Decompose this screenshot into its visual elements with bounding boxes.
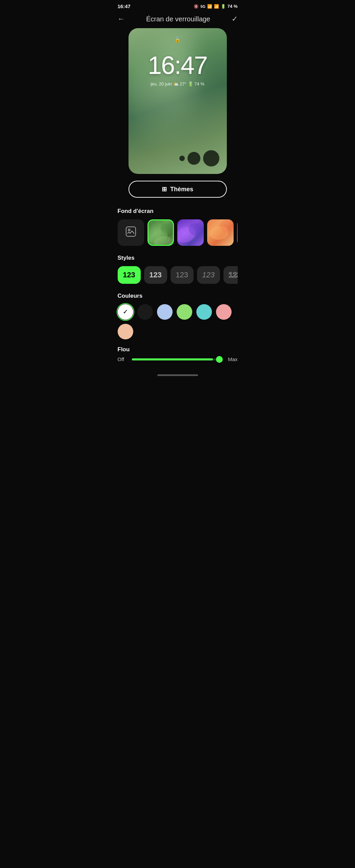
- themes-button-container: ⊞ Thèmes: [112, 179, 244, 204]
- wallpaper-row: [118, 219, 238, 248]
- blur-slider-thumb[interactable]: [216, 356, 223, 363]
- themes-icon: ⊞: [162, 185, 167, 193]
- color-peach[interactable]: [118, 324, 133, 339]
- colors-section: Couleurs ✓: [112, 289, 244, 343]
- blur-off-label: Off: [118, 356, 129, 362]
- add-wallpaper-icon: [125, 226, 136, 239]
- blur-section: Flou Off Max: [112, 343, 244, 369]
- styles-section: Styles 123 123 123 123 123: [112, 251, 244, 289]
- wallpaper-green[interactable]: [147, 219, 174, 246]
- dot-large: [203, 150, 219, 166]
- lock-icon: 🔓: [174, 36, 181, 43]
- wallpaper-peach[interactable]: [207, 219, 234, 246]
- style-item-3[interactable]: 123: [197, 266, 220, 284]
- color-cyan[interactable]: [196, 304, 212, 320]
- style-label-4: 123: [229, 271, 237, 279]
- wallpaper-section: Fond d'écran: [112, 204, 244, 251]
- preview-card: 🔓 16:47 jeu. 20 juin ⛅ 27° 🔋 74 %: [129, 28, 227, 174]
- preview-dots: [179, 150, 219, 166]
- wallpaper-red[interactable]: [237, 219, 238, 246]
- color-white[interactable]: ✓: [118, 304, 133, 320]
- style-label-2: 123: [176, 271, 188, 279]
- wallpaper-title: Fond d'écran: [118, 208, 238, 215]
- svg-point-1: [128, 229, 130, 231]
- blur-slider[interactable]: [132, 358, 222, 360]
- network-icon: 5G: [200, 4, 205, 8]
- lock-screen-preview: 🔓 16:47 jeu. 20 juin ⛅ 27° 🔋 74 %: [112, 28, 244, 179]
- battery-percent: 74 %: [228, 4, 238, 9]
- style-item-1[interactable]: 123: [144, 266, 167, 284]
- wifi-icon: 📶: [207, 4, 212, 9]
- styles-title: Styles: [118, 255, 238, 261]
- colors-row: ✓: [118, 304, 238, 339]
- style-label-0: 123: [123, 271, 135, 279]
- style-item-0[interactable]: 123: [118, 266, 141, 284]
- style-item-2[interactable]: 123: [171, 266, 194, 284]
- status-bar: 16:47 🔇 5G 📶 📶 🔋 74 %: [112, 0, 244, 11]
- bottom-bar: [112, 369, 244, 379]
- status-time: 16:47: [118, 3, 131, 9]
- battery-icon: 🔋: [221, 4, 226, 9]
- dot-medium: [188, 152, 200, 165]
- back-button[interactable]: ←: [118, 15, 125, 23]
- blur-row: Off Max: [118, 356, 238, 362]
- page-title: Écran de verrouillage: [146, 15, 210, 23]
- confirm-button[interactable]: ✓: [232, 15, 238, 23]
- preview-date: jeu. 20 juin ⛅ 27° 🔋 74 %: [151, 81, 204, 86]
- signal-icon: 📶: [214, 4, 219, 9]
- style-label-3: 123: [202, 271, 215, 279]
- color-white-check: ✓: [118, 304, 133, 320]
- style-label-1: 123: [149, 271, 162, 279]
- mute-icon: 🔇: [194, 4, 199, 9]
- blur-title: Flou: [118, 346, 238, 353]
- wallpaper-purple[interactable]: [177, 219, 204, 246]
- status-icons: 🔇 5G 📶 📶 🔋 74 %: [194, 4, 237, 9]
- svg-rect-0: [126, 227, 136, 236]
- home-indicator: [157, 374, 198, 376]
- styles-row: 123 123 123 123 123: [118, 266, 238, 286]
- blur-max-label: Max: [225, 356, 238, 362]
- color-black[interactable]: [137, 304, 153, 320]
- dot-small: [179, 156, 185, 161]
- blur-slider-fill: [132, 358, 213, 360]
- header: ← Écran de verrouillage ✓: [112, 11, 244, 28]
- themes-label: Thèmes: [170, 186, 193, 193]
- themes-button[interactable]: ⊞ Thèmes: [129, 181, 227, 198]
- color-lightblue[interactable]: [157, 304, 173, 320]
- wallpaper-add-button[interactable]: [118, 219, 144, 246]
- preview-time: 16:47: [148, 53, 207, 78]
- color-lightgreen[interactable]: [177, 304, 192, 320]
- svg-point-9: [237, 226, 238, 246]
- color-pink[interactable]: [216, 304, 232, 320]
- style-item-4[interactable]: 123: [223, 266, 238, 284]
- colors-title: Couleurs: [118, 293, 238, 299]
